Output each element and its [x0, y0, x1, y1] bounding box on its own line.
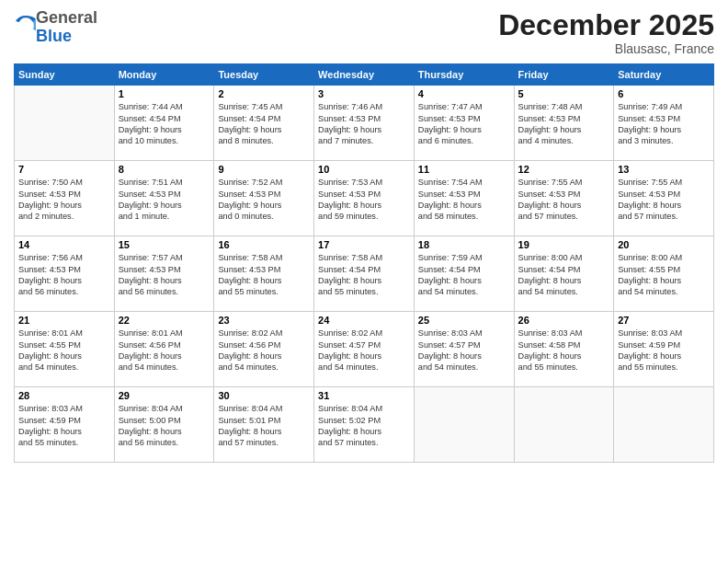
- day-cell: [614, 387, 714, 463]
- day-cell: 8Sunrise: 7:51 AMSunset: 4:53 PMDaylight…: [114, 161, 214, 236]
- logo-blue-text: Blue: [36, 27, 72, 45]
- day-info: Sunrise: 7:52 AMSunset: 4:53 PMDaylight:…: [218, 177, 310, 223]
- day-cell: 28Sunrise: 8:03 AMSunset: 4:59 PMDayligh…: [15, 387, 115, 463]
- day-number: 7: [18, 164, 110, 175]
- col-thursday: Thursday: [414, 64, 514, 86]
- day-cell: 5Sunrise: 7:48 AMSunset: 4:53 PMDaylight…: [514, 86, 614, 161]
- day-number: 31: [318, 390, 410, 401]
- day-cell: 19Sunrise: 8:00 AMSunset: 4:54 PMDayligh…: [514, 236, 614, 312]
- day-cell: 2Sunrise: 7:45 AMSunset: 4:54 PMDaylight…: [214, 86, 314, 161]
- day-info: Sunrise: 7:53 AMSunset: 4:53 PMDaylight:…: [318, 177, 410, 223]
- day-cell: 1Sunrise: 7:44 AMSunset: 4:54 PMDaylight…: [114, 86, 214, 161]
- day-info: Sunrise: 8:00 AMSunset: 4:55 PMDaylight:…: [618, 252, 710, 298]
- day-number: 5: [518, 88, 610, 99]
- day-number: 30: [218, 390, 310, 401]
- day-number: 10: [318, 164, 410, 175]
- day-cell: 12Sunrise: 7:55 AMSunset: 4:53 PMDayligh…: [514, 161, 614, 236]
- day-info: Sunrise: 7:49 AMSunset: 4:53 PMDaylight:…: [618, 101, 710, 147]
- day-number: 25: [418, 315, 510, 326]
- day-info: Sunrise: 8:04 AMSunset: 5:02 PMDaylight:…: [318, 403, 410, 449]
- day-info: Sunrise: 7:58 AMSunset: 4:54 PMDaylight:…: [318, 252, 410, 298]
- day-number: 19: [518, 239, 610, 250]
- day-number: 27: [618, 315, 710, 326]
- day-cell: 11Sunrise: 7:54 AMSunset: 4:53 PMDayligh…: [414, 161, 514, 236]
- calendar-table: Sunday Monday Tuesday Wednesday Thursday…: [14, 63, 714, 463]
- day-cell: 20Sunrise: 8:00 AMSunset: 4:55 PMDayligh…: [614, 236, 714, 312]
- day-number: 26: [518, 315, 610, 326]
- day-info: Sunrise: 8:04 AMSunset: 5:01 PMDaylight:…: [218, 403, 310, 449]
- day-cell: 17Sunrise: 7:58 AMSunset: 4:54 PMDayligh…: [314, 236, 415, 312]
- day-cell: 7Sunrise: 7:50 AMSunset: 4:53 PMDaylight…: [15, 161, 115, 236]
- day-cell: 27Sunrise: 8:03 AMSunset: 4:59 PMDayligh…: [614, 312, 714, 387]
- day-info: Sunrise: 8:03 AMSunset: 4:59 PMDaylight:…: [618, 327, 710, 373]
- col-tuesday: Tuesday: [214, 64, 314, 86]
- day-cell: 26Sunrise: 8:03 AMSunset: 4:58 PMDayligh…: [514, 312, 614, 387]
- day-cell: 4Sunrise: 7:47 AMSunset: 4:53 PMDaylight…: [414, 86, 514, 161]
- day-cell: [514, 387, 614, 463]
- day-number: 9: [218, 164, 310, 175]
- day-info: Sunrise: 7:46 AMSunset: 4:53 PMDaylight:…: [318, 101, 410, 147]
- location: Blausasc, France: [498, 41, 714, 56]
- day-info: Sunrise: 8:02 AMSunset: 4:57 PMDaylight:…: [318, 327, 410, 373]
- day-number: 12: [518, 164, 610, 175]
- day-number: 23: [218, 315, 310, 326]
- day-cell: [15, 86, 115, 161]
- logo: General Blue: [14, 9, 97, 46]
- day-cell: 15Sunrise: 7:57 AMSunset: 4:53 PMDayligh…: [114, 236, 214, 312]
- day-cell: 13Sunrise: 7:55 AMSunset: 4:53 PMDayligh…: [614, 161, 714, 236]
- day-number: 18: [418, 239, 510, 250]
- col-monday: Monday: [114, 64, 214, 86]
- day-info: Sunrise: 8:03 AMSunset: 4:58 PMDaylight:…: [518, 327, 610, 373]
- day-number: 16: [218, 239, 310, 250]
- day-number: 28: [18, 390, 110, 401]
- week-row-5: 28Sunrise: 8:03 AMSunset: 4:59 PMDayligh…: [15, 387, 714, 463]
- day-number: 2: [218, 88, 310, 99]
- day-cell: 30Sunrise: 8:04 AMSunset: 5:01 PMDayligh…: [214, 387, 314, 463]
- day-info: Sunrise: 8:01 AMSunset: 4:56 PMDaylight:…: [119, 327, 210, 373]
- day-cell: 25Sunrise: 8:03 AMSunset: 4:57 PMDayligh…: [414, 312, 514, 387]
- day-cell: 16Sunrise: 7:58 AMSunset: 4:53 PMDayligh…: [214, 236, 314, 312]
- day-cell: 21Sunrise: 8:01 AMSunset: 4:55 PMDayligh…: [15, 312, 115, 387]
- day-info: Sunrise: 7:58 AMSunset: 4:53 PMDaylight:…: [218, 252, 310, 298]
- day-number: 29: [119, 390, 210, 401]
- col-friday: Friday: [514, 64, 614, 86]
- week-row-1: 1Sunrise: 7:44 AMSunset: 4:54 PMDaylight…: [15, 86, 714, 161]
- col-sunday: Sunday: [15, 64, 115, 86]
- day-info: Sunrise: 8:02 AMSunset: 4:56 PMDaylight:…: [218, 327, 310, 373]
- day-number: 13: [618, 164, 710, 175]
- day-cell: 3Sunrise: 7:46 AMSunset: 4:53 PMDaylight…: [314, 86, 415, 161]
- day-info: Sunrise: 7:45 AMSunset: 4:54 PMDaylight:…: [218, 101, 310, 147]
- day-cell: 9Sunrise: 7:52 AMSunset: 4:53 PMDaylight…: [214, 161, 314, 236]
- day-info: Sunrise: 8:00 AMSunset: 4:54 PMDaylight:…: [518, 252, 610, 298]
- week-row-3: 14Sunrise: 7:56 AMSunset: 4:53 PMDayligh…: [15, 236, 714, 312]
- day-number: 1: [119, 88, 210, 99]
- day-cell: 24Sunrise: 8:02 AMSunset: 4:57 PMDayligh…: [314, 312, 415, 387]
- col-saturday: Saturday: [614, 64, 714, 86]
- day-cell: 29Sunrise: 8:04 AMSunset: 5:00 PMDayligh…: [114, 387, 214, 463]
- day-cell: 10Sunrise: 7:53 AMSunset: 4:53 PMDayligh…: [314, 161, 415, 236]
- day-number: 20: [618, 239, 710, 250]
- day-cell: 22Sunrise: 8:01 AMSunset: 4:56 PMDayligh…: [114, 312, 214, 387]
- logo-general-text: General: [36, 8, 97, 27]
- title-block: December 2025 Blausasc, France: [498, 9, 714, 56]
- day-number: 17: [318, 239, 410, 250]
- day-info: Sunrise: 7:48 AMSunset: 4:53 PMDaylight:…: [518, 101, 610, 147]
- week-row-2: 7Sunrise: 7:50 AMSunset: 4:53 PMDaylight…: [15, 161, 714, 236]
- day-info: Sunrise: 7:55 AMSunset: 4:53 PMDaylight:…: [518, 177, 610, 223]
- calendar-header-row: Sunday Monday Tuesday Wednesday Thursday…: [15, 64, 714, 86]
- day-info: Sunrise: 7:56 AMSunset: 4:53 PMDaylight:…: [18, 252, 110, 298]
- day-info: Sunrise: 7:55 AMSunset: 4:53 PMDaylight:…: [618, 177, 710, 223]
- page: General Blue December 2025 Blausasc, Fra…: [0, 0, 728, 563]
- col-wednesday: Wednesday: [314, 64, 415, 86]
- day-number: 8: [119, 164, 210, 175]
- day-number: 22: [119, 315, 210, 326]
- day-cell: 23Sunrise: 8:02 AMSunset: 4:56 PMDayligh…: [214, 312, 314, 387]
- day-cell: 18Sunrise: 7:59 AMSunset: 4:54 PMDayligh…: [414, 236, 514, 312]
- day-cell: [414, 387, 514, 463]
- day-cell: 6Sunrise: 7:49 AMSunset: 4:53 PMDaylight…: [614, 86, 714, 161]
- day-info: Sunrise: 8:03 AMSunset: 4:57 PMDaylight:…: [418, 327, 510, 373]
- day-info: Sunrise: 7:59 AMSunset: 4:54 PMDaylight:…: [418, 252, 510, 298]
- logo-icon: [16, 16, 36, 36]
- week-row-4: 21Sunrise: 8:01 AMSunset: 4:55 PMDayligh…: [15, 312, 714, 387]
- header: General Blue December 2025 Blausasc, Fra…: [14, 9, 714, 56]
